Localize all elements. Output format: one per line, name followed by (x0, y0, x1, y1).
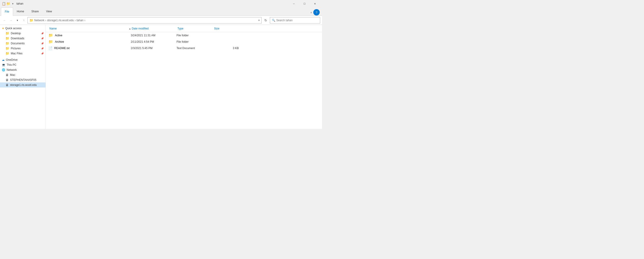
readme-txt-icon: 📄 (48, 46, 52, 50)
sidebar-item-storage1[interactable]: 🖥 storage1.ris.wustl.edu (0, 82, 46, 87)
downloads-folder-icon: 📁 (6, 36, 10, 40)
quick-access-label: Quick access (5, 27, 22, 30)
close-button[interactable]: ✕ (310, 0, 320, 7)
pin-macfiles-icon: 📌 (41, 52, 44, 55)
address-bar: ← → ▾ ↑ 📁 Network › storage1.ris.wustl.e… (0, 16, 322, 25)
ribbon-collapse-button[interactable]: ∧ (310, 11, 312, 14)
onedrive-header[interactable]: ☁ OneDrive (0, 57, 46, 62)
downloads-label: Downloads (11, 37, 24, 40)
folder-icon: 📁 (6, 2, 10, 5)
pin-documents-icon: 📌 (41, 42, 44, 45)
tab-file[interactable]: File (1, 7, 13, 16)
pin-icon: ▼ (11, 2, 15, 5)
pin-downloads-icon: 📌 (41, 37, 44, 40)
file-type-archive: File folder (176, 40, 213, 43)
path-sep-1: › (45, 19, 46, 22)
file-type-active: File folder (176, 34, 213, 37)
thispc-label: This PC (7, 63, 16, 66)
search-box[interactable]: 🔍 (270, 17, 320, 23)
up-button[interactable]: ↑ (21, 17, 26, 23)
tab-view[interactable]: View (42, 7, 56, 15)
thispc-icon: 💻 (2, 63, 5, 66)
stephentaha-icon: 🖥 (6, 78, 9, 82)
network-header[interactable]: 🌐 Network (0, 67, 46, 72)
desktop-folder-icon: 📁 (6, 31, 10, 35)
table-row[interactable]: 📄 README.txt 2/3/2021 5:45 PM Text Docum… (46, 45, 322, 51)
file-list-area: Name ▲ Date modified Type Size 📁 Active … (46, 25, 322, 129)
minimize-button[interactable]: ─ (288, 0, 299, 7)
file-type-readme: Text Document (176, 47, 213, 50)
documents-folder-icon: 📁 (6, 41, 10, 45)
checklist-icon: 📋 (2, 2, 6, 5)
refresh-button[interactable]: ↻ (262, 17, 269, 23)
search-input[interactable] (276, 19, 318, 22)
sidebar-item-desktop[interactable]: 📁 Desktop 📌 (0, 31, 46, 36)
sidebar-item-documents[interactable]: 📁 Documents 📌 (0, 41, 46, 46)
sidebar-item-mac[interactable]: 🖥 Mac (0, 72, 46, 77)
file-size-readme: 3 KB (213, 47, 240, 50)
path-storage: storage1.ris.wustl.edu (47, 19, 74, 22)
onedrive-icon: ☁ (2, 58, 4, 61)
thispc-header[interactable]: 💻 This PC (0, 62, 46, 67)
search-icon: 🔍 (272, 19, 275, 22)
address-box[interactable]: 📁 Network › storage1.ris.wustl.edu › tah… (28, 17, 262, 23)
col-header-size[interactable]: Size (213, 27, 240, 30)
quick-access-header[interactable]: ★ Quick access (0, 26, 46, 31)
sidebar-item-stephentaha[interactable]: 🖥 STEPHENTAHA5F05 (0, 77, 46, 82)
title-bar-icons: 📋 📁 ▼ (2, 2, 15, 5)
path-sep-2: › (75, 19, 76, 22)
sort-arrow-icon: ▲ (128, 25, 132, 32)
file-date-readme: 2/3/2021 5:45 PM (131, 47, 176, 50)
tab-home[interactable]: Home (13, 7, 28, 15)
star-icon: ★ (2, 27, 4, 30)
recent-locations-button[interactable]: ▾ (15, 17, 20, 23)
sidebar-item-pictures[interactable]: 📁 Pictures 📌 (0, 46, 46, 51)
back-button[interactable]: ← (2, 17, 7, 23)
col-header-date[interactable]: Date modified (131, 27, 176, 30)
pin-desktop-icon: 📌 (41, 32, 44, 35)
stephentaha-label: STEPHENTAHA5F05 (10, 78, 36, 81)
storage1-label: storage1.ris.wustl.edu (10, 83, 37, 87)
mac-computer-icon: 🖥 (6, 73, 9, 77)
pin-pictures-icon: 📌 (41, 47, 44, 50)
storage1-icon: 🖥 (6, 83, 9, 87)
ribbon-tabs: File Home Share View ∧ ? (0, 7, 322, 15)
table-row[interactable]: 📁 Active 3/24/2021 11:31 AM File folder (46, 32, 322, 39)
col-header-name[interactable]: Name (48, 27, 131, 30)
pictures-folder-icon: 📁 (6, 47, 10, 50)
active-folder-icon: 📁 (48, 33, 53, 37)
forward-button[interactable]: → (8, 17, 14, 23)
file-list-header: Name ▲ Date modified Type Size (46, 25, 322, 32)
desktop-label: Desktop (11, 32, 21, 35)
onedrive-label: OneDrive (6, 58, 18, 61)
table-row[interactable]: 📁 Archive 2/11/2021 4:54 PM File folder (46, 39, 322, 45)
network-label: Network (7, 68, 17, 71)
ribbon: File Home Share View ∧ ? (0, 7, 322, 16)
documents-label: Documents (11, 42, 25, 45)
macfiles-label: Mac Files (11, 52, 22, 55)
macfiles-folder-icon: 📁 (6, 52, 10, 55)
title-bar: 📋 📁 ▼ tahan ─ ☐ ✕ (0, 0, 322, 7)
file-date-archive: 2/11/2021 4:54 PM (131, 40, 176, 43)
help-button[interactable]: ? (313, 9, 320, 15)
archive-folder-icon: 📁 (48, 39, 53, 44)
mac-label: Mac (10, 73, 15, 76)
file-name-active: 📁 Active (48, 33, 131, 37)
network-globe-icon: 🌐 (2, 68, 5, 71)
restore-button[interactable]: ☐ (299, 0, 310, 7)
col-header-type[interactable]: Type (176, 27, 213, 30)
sidebar-item-downloads[interactable]: 📁 Downloads 📌 (0, 36, 46, 41)
file-name-archive: 📁 Archive (48, 39, 131, 44)
path-tahan: tahan (76, 19, 84, 22)
sidebar: ★ Quick access 📁 Desktop 📌 📁 Downloads 📌… (0, 25, 46, 129)
window-controls: ─ ☐ ✕ (288, 0, 320, 7)
window-title: tahan (16, 2, 23, 5)
address-folder-icon: 📁 (30, 18, 34, 22)
tab-share[interactable]: Share (28, 7, 42, 15)
sidebar-item-macfiles[interactable]: 📁 Mac Files 📌 (0, 51, 46, 56)
address-dropdown-button[interactable]: ▾ (258, 19, 260, 21)
pictures-label: Pictures (11, 47, 20, 50)
file-name-readme: 📄 README.txt (48, 46, 131, 50)
file-date-active: 3/24/2021 11:31 AM (131, 34, 176, 37)
main-area: ★ Quick access 📁 Desktop 📌 📁 Downloads 📌… (0, 25, 322, 129)
